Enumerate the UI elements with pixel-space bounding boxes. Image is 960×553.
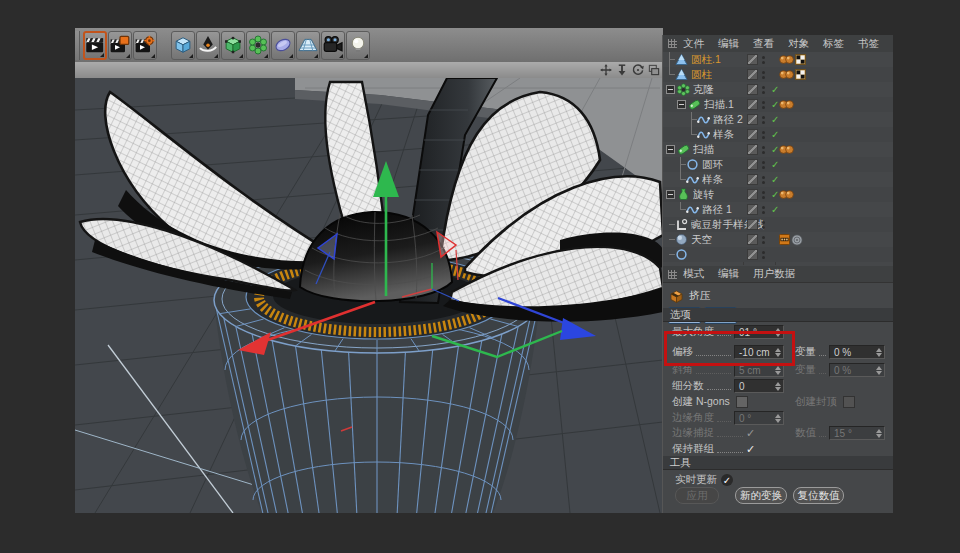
layer-toggle[interactable]: [747, 129, 758, 140]
render-to-picture-viewer-button[interactable]: [108, 31, 132, 60]
object-row[interactable]: 扫描 ✓: [663, 142, 893, 157]
material-tag-icon[interactable]: [785, 100, 794, 109]
layer-toggle[interactable]: [747, 219, 758, 230]
floor-environment-button[interactable]: [296, 31, 320, 60]
create-ngons-checkbox[interactable]: [736, 396, 748, 408]
enabled-check-icon[interactable]: ✓: [771, 115, 779, 124]
preserve-groups-check-icon[interactable]: ✓: [746, 443, 755, 456]
object-row[interactable]: 路径 1 ✓: [663, 202, 893, 217]
section-header-tool[interactable]: 工具: [663, 456, 893, 470]
visibility-dots[interactable]: [762, 251, 766, 259]
light-button[interactable]: [346, 31, 370, 60]
layer-toggle[interactable]: [747, 159, 758, 170]
viewport-canvas[interactable]: [75, 78, 663, 513]
visibility-dots[interactable]: [762, 131, 766, 139]
camera-button[interactable]: [321, 31, 345, 60]
object-row[interactable]: 天空: [663, 232, 893, 247]
reset-values-button[interactable]: 复位数值: [793, 487, 844, 504]
visibility-dots[interactable]: [762, 146, 766, 154]
visibility-dots[interactable]: [762, 176, 766, 184]
pan-icon[interactable]: [599, 64, 613, 77]
subdivision-field[interactable]: 0: [734, 379, 784, 393]
layer-toggle[interactable]: [747, 69, 758, 80]
expand-toggle[interactable]: [666, 85, 675, 94]
layer-toggle[interactable]: [747, 54, 758, 65]
layer-toggle[interactable]: [747, 189, 758, 200]
panel-grip-icon[interactable]: [668, 270, 677, 279]
layer-toggle[interactable]: [747, 204, 758, 215]
menu-file[interactable]: 文件: [683, 37, 704, 51]
visibility-dots[interactable]: [762, 71, 766, 79]
visibility-dots[interactable]: [762, 221, 766, 229]
layer-toggle[interactable]: [747, 174, 758, 185]
menu-view[interactable]: 查看: [753, 37, 774, 51]
enabled-check-icon[interactable]: ✓: [771, 130, 779, 139]
menu-edit[interactable]: 编辑: [718, 267, 739, 281]
viewport-3d[interactable]: [75, 62, 663, 513]
visibility-dots[interactable]: [762, 56, 766, 64]
expand-toggle[interactable]: [666, 145, 675, 154]
object-row[interactable]: 圆柱.1: [663, 52, 893, 67]
expand-toggle[interactable]: [666, 190, 675, 199]
layer-toggle[interactable]: [747, 84, 758, 95]
menu-bookmarks[interactable]: 书签: [858, 37, 879, 51]
layer-toggle[interactable]: [747, 114, 758, 125]
visibility-dots[interactable]: [762, 86, 766, 94]
render-settings-button[interactable]: [133, 31, 157, 60]
visibility-dots[interactable]: [762, 101, 766, 109]
menu-edit[interactable]: 编辑: [718, 37, 739, 51]
object-row[interactable]: 样条 ✓: [663, 172, 893, 187]
object-row[interactable]: 旋转 ✓: [663, 187, 893, 202]
enabled-check-icon[interactable]: ✓: [771, 205, 779, 214]
material-tag-icon[interactable]: [785, 190, 794, 199]
expand-toggle[interactable]: [677, 100, 686, 109]
visibility-dots[interactable]: [762, 236, 766, 244]
compositing-tag-icon[interactable]: [791, 234, 803, 246]
object-row[interactable]: 克隆 ✓: [663, 82, 893, 97]
menu-user-data[interactable]: 用户数据: [753, 267, 795, 281]
spinner-icon[interactable]: [875, 346, 883, 358]
mograph-cloner-button[interactable]: [246, 31, 270, 60]
realtime-update-check-icon[interactable]: ✓: [721, 474, 733, 486]
render-view-button[interactable]: [83, 31, 107, 60]
spline-pen-button[interactable]: [196, 31, 220, 60]
enabled-check-icon[interactable]: ✓: [771, 85, 779, 94]
object-row[interactable]: 扫描.1 ✓: [663, 97, 893, 112]
material-tag-icon[interactable]: [785, 145, 794, 154]
spinner-icon[interactable]: [774, 380, 782, 392]
menu-mode[interactable]: 模式: [683, 267, 704, 281]
material-tag-icon[interactable]: [785, 70, 794, 79]
layer-toggle[interactable]: [747, 144, 758, 155]
object-row-clipped[interactable]: [663, 247, 893, 262]
object-row[interactable]: 豌豆射手样条线: [663, 217, 893, 232]
layer-toggle[interactable]: [747, 99, 758, 110]
visibility-dots[interactable]: [762, 161, 766, 169]
object-row[interactable]: 路径 2 ✓: [663, 112, 893, 127]
object-row[interactable]: 圆环 ✓: [663, 157, 893, 172]
layer-toggle[interactable]: [747, 249, 758, 260]
visibility-dots[interactable]: [762, 191, 766, 199]
menu-tags[interactable]: 标签: [823, 37, 844, 51]
panel-grip-icon[interactable]: [668, 39, 677, 48]
section-header-options[interactable]: 选项: [663, 308, 893, 322]
visibility-dots[interactable]: [762, 116, 766, 124]
texture-checker-tag-icon[interactable]: [795, 54, 806, 65]
new-transform-button[interactable]: 新的变换: [735, 487, 787, 504]
enabled-check-icon[interactable]: ✓: [771, 175, 779, 184]
object-row[interactable]: 样条 ✓: [663, 127, 893, 142]
film-tag-icon[interactable]: [779, 234, 790, 245]
add-cube-primitive-button[interactable]: [171, 31, 195, 60]
material-tag-icon[interactable]: [785, 55, 794, 64]
rotate-icon[interactable]: [631, 64, 645, 77]
toggle-view-icon[interactable]: [647, 64, 661, 77]
deformer-button[interactable]: [271, 31, 295, 60]
variance-field[interactable]: 0 %: [829, 345, 885, 359]
visibility-dots[interactable]: [762, 206, 766, 214]
enabled-check-icon[interactable]: ✓: [771, 160, 779, 169]
generator-cube-button[interactable]: [221, 31, 245, 60]
menu-objects[interactable]: 对象: [788, 37, 809, 51]
texture-checker-tag-icon[interactable]: [795, 69, 806, 80]
dolly-icon[interactable]: [615, 64, 629, 77]
object-row[interactable]: 圆柱: [663, 67, 893, 82]
layer-toggle[interactable]: [747, 234, 758, 245]
